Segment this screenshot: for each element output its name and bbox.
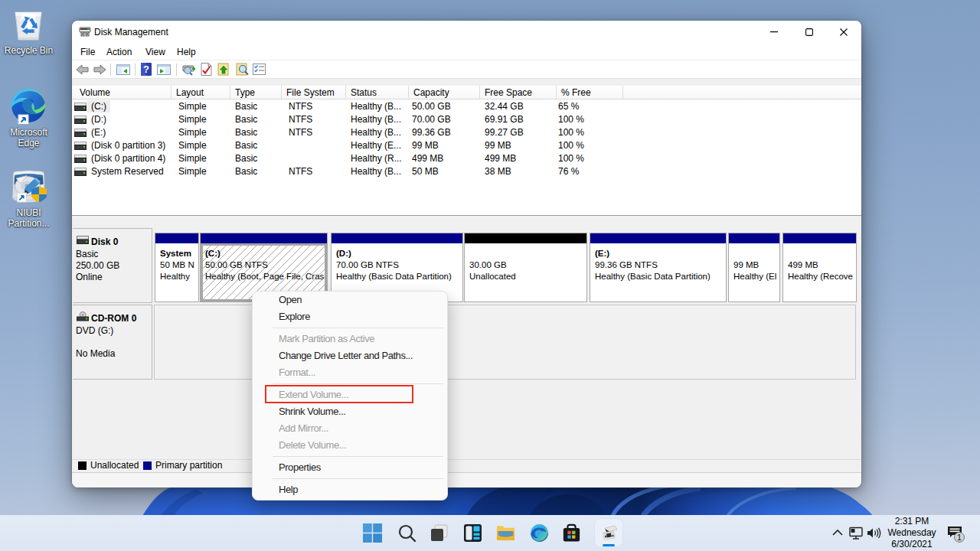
svg-text:1: 1 <box>957 533 962 542</box>
svg-text:?: ? <box>143 64 149 75</box>
